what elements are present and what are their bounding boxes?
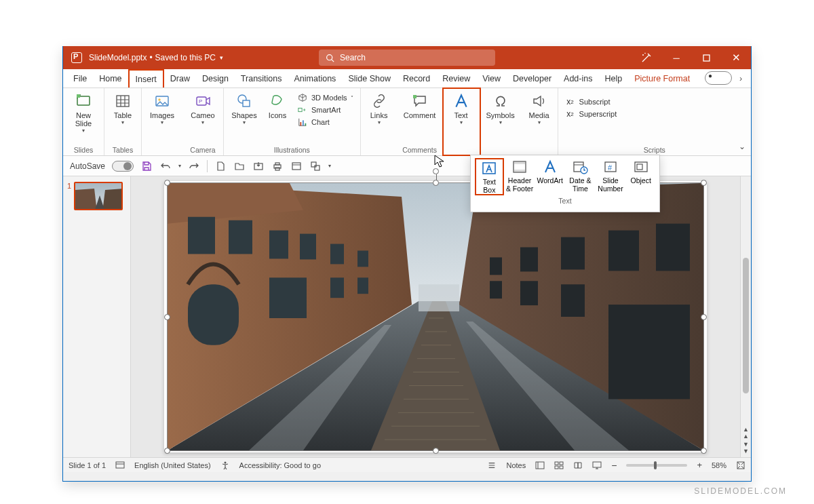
next-slide-icon[interactable]: ▼▼ bbox=[743, 441, 749, 454]
qat-extra2-icon[interactable] bbox=[309, 160, 322, 172]
slide-nav-arrows: ▲▲ ▼▼ bbox=[741, 426, 751, 454]
language-label[interactable]: English (United States) bbox=[134, 461, 211, 469]
icons-button[interactable]: Icons bbox=[263, 91, 292, 119]
scrollbar-thumb[interactable] bbox=[743, 258, 749, 393]
resize-handle-s[interactable] bbox=[433, 448, 439, 454]
zoom-value[interactable]: 58% bbox=[712, 461, 726, 469]
new-file-icon[interactable] bbox=[214, 160, 227, 172]
cameo-button[interactable]: P Cameo ▾ bbox=[187, 91, 219, 125]
notes-button[interactable]: Notes bbox=[506, 461, 526, 469]
qat-extra1-icon[interactable] bbox=[290, 160, 303, 172]
resize-handle-w[interactable] bbox=[164, 314, 170, 320]
slide-thumbnail-1[interactable] bbox=[74, 182, 123, 210]
new-slide-button[interactable]: New Slide ▾ bbox=[67, 91, 100, 134]
tab-animations[interactable]: Animations bbox=[288, 69, 343, 88]
search-icon bbox=[326, 54, 334, 62]
zoom-out-button[interactable]: − bbox=[611, 460, 617, 471]
zoom-in-button[interactable]: + bbox=[697, 460, 702, 470]
table-button[interactable]: Table ▾ bbox=[109, 91, 137, 125]
search-placeholder: Search bbox=[340, 53, 366, 62]
maximize-button[interactable] bbox=[691, 46, 721, 69]
images-button[interactable]: Images ▾ bbox=[146, 91, 178, 125]
selected-image[interactable] bbox=[167, 182, 704, 451]
normal-view-icon[interactable] bbox=[535, 461, 545, 470]
tab-developer[interactable]: Developer bbox=[507, 69, 558, 88]
redo-icon[interactable] bbox=[188, 160, 200, 172]
slideshow-view-icon[interactable] bbox=[592, 461, 602, 470]
slide-canvas bbox=[164, 181, 707, 452]
text-button[interactable]: Text▾ bbox=[447, 91, 476, 125]
text-box-button[interactable]: Text Box bbox=[475, 158, 504, 195]
powerpoint-app-icon bbox=[71, 52, 82, 63]
media-button[interactable]: Media▾ bbox=[525, 91, 554, 125]
tabs-overflow-button[interactable]: › bbox=[735, 69, 747, 88]
resize-handle-ne[interactable] bbox=[701, 180, 707, 186]
ribbon-collapse-icon[interactable]: ⌄ bbox=[739, 142, 745, 151]
camera-toggle[interactable] bbox=[705, 71, 732, 85]
svg-rect-13 bbox=[243, 100, 250, 106]
shapes-button[interactable]: Shapes▾ bbox=[228, 91, 260, 125]
smartart-button[interactable]: SmartArt bbox=[297, 104, 353, 115]
svg-rect-46 bbox=[229, 220, 252, 254]
tab-home[interactable]: Home bbox=[93, 69, 128, 88]
tab-insert[interactable]: Insert bbox=[128, 69, 164, 88]
accessibility-label[interactable]: Accessibility: Good to go bbox=[239, 461, 321, 469]
tab-record[interactable]: Record bbox=[397, 69, 436, 88]
object-icon bbox=[632, 158, 650, 176]
symbols-button[interactable]: Symbols▾ bbox=[484, 91, 517, 125]
vertical-scrollbar[interactable]: ▲▲ ▼▼ bbox=[740, 176, 751, 457]
tab-addins[interactable]: Add-ins bbox=[558, 69, 598, 88]
svg-rect-53 bbox=[357, 250, 368, 267]
tab-picture-format[interactable]: Picture Format bbox=[628, 69, 696, 88]
subscript-button[interactable]: x2Subscript bbox=[565, 96, 617, 107]
chart-button[interactable]: Chart bbox=[297, 117, 353, 128]
close-button[interactable]: ✕ bbox=[721, 46, 751, 69]
object-button[interactable]: Object bbox=[626, 158, 655, 195]
reading-view-icon[interactable] bbox=[573, 461, 583, 470]
tab-transitions[interactable]: Transitions bbox=[235, 69, 288, 88]
date-time-icon bbox=[571, 158, 589, 176]
subscript-icon: x2 bbox=[565, 96, 576, 107]
svg-rect-63 bbox=[490, 257, 502, 275]
comment-button[interactable]: Comment bbox=[402, 91, 438, 119]
search-box[interactable]: Search bbox=[319, 50, 495, 66]
ribbon: New Slide ▾ Slides Table ▾ Tables Images… bbox=[63, 88, 751, 156]
slide-canvas-area[interactable] bbox=[131, 176, 740, 457]
tab-view[interactable]: View bbox=[476, 69, 507, 88]
tab-file[interactable]: File bbox=[67, 69, 93, 88]
resize-handle-sw[interactable] bbox=[164, 448, 170, 454]
links-button[interactable]: Links▾ bbox=[365, 91, 393, 125]
resize-handle-se[interactable] bbox=[701, 448, 707, 454]
undo-icon[interactable] bbox=[159, 160, 172, 172]
open-icon[interactable] bbox=[233, 160, 246, 172]
title-chevron-icon[interactable]: ▾ bbox=[220, 54, 223, 61]
resize-handle-nw[interactable] bbox=[164, 180, 170, 186]
tab-help[interactable]: Help bbox=[598, 69, 628, 88]
3d-models-button[interactable]: 3D Models ˅ bbox=[297, 92, 353, 103]
icons-icon bbox=[269, 92, 286, 110]
header-footer-button[interactable]: Header & Footer bbox=[505, 158, 535, 195]
prev-slide-icon[interactable]: ▲▲ bbox=[743, 426, 749, 440]
sorter-view-icon[interactable] bbox=[554, 461, 564, 470]
autosave-toggle[interactable] bbox=[112, 161, 134, 172]
tab-review[interactable]: Review bbox=[436, 69, 476, 88]
slide-thumbnails-pane: 1 bbox=[63, 176, 131, 457]
save-icon[interactable] bbox=[140, 160, 153, 172]
print-icon[interactable] bbox=[271, 160, 284, 172]
tab-draw[interactable]: Draw bbox=[164, 69, 196, 88]
export-icon[interactable] bbox=[252, 160, 265, 172]
wordart-button[interactable]: WordArt bbox=[535, 158, 564, 195]
svg-rect-49 bbox=[300, 234, 316, 260]
resize-handle-e[interactable] bbox=[701, 314, 707, 320]
tab-slideshow[interactable]: Slide Show bbox=[342, 69, 397, 88]
fit-to-window-icon[interactable] bbox=[736, 461, 745, 470]
zoom-slider[interactable] bbox=[626, 464, 687, 467]
date-time-button[interactable]: Date & Time bbox=[566, 158, 595, 195]
slide-number-button[interactable]: # Slide Number bbox=[596, 158, 625, 195]
resize-handle-n[interactable] bbox=[433, 180, 439, 186]
tab-design[interactable]: Design bbox=[196, 69, 235, 88]
superscript-button[interactable]: x2Superscript bbox=[565, 109, 617, 119]
rotate-handle[interactable] bbox=[433, 168, 439, 174]
minimize-button[interactable]: ─ bbox=[661, 46, 691, 69]
designer-icon[interactable] bbox=[632, 46, 661, 69]
